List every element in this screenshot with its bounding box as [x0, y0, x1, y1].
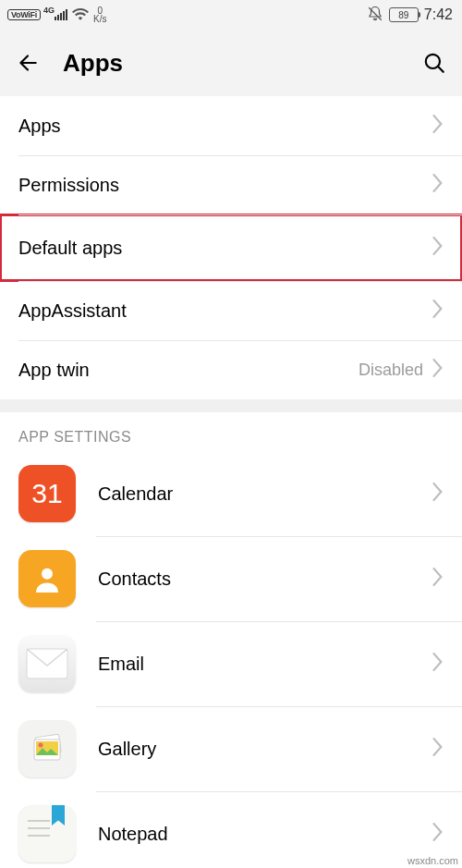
settings-list: Apps Permissions Default apps AppAssista…: [0, 96, 462, 399]
app-label: Notepad: [98, 824, 432, 845]
dnd-icon: [367, 6, 383, 25]
app-row-contacts[interactable]: Contacts: [0, 536, 462, 621]
row-app-assistant[interactable]: AppAssistant: [0, 281, 462, 340]
app-label: Email: [98, 654, 432, 675]
row-apps[interactable]: Apps: [0, 96, 462, 155]
contacts-icon: [18, 550, 76, 607]
app-row-gallery[interactable]: Gallery: [0, 706, 462, 791]
battery-icon: 89: [389, 7, 419, 22]
app-settings-section: APP SETTINGS 31 Calendar Contacts Email: [0, 412, 462, 868]
row-app-twin[interactable]: App twin Disabled: [0, 340, 462, 399]
svg-line-2: [438, 67, 443, 71]
row-label: Default apps: [18, 238, 432, 259]
chevron-right-icon: [432, 568, 444, 590]
net-speed: 0K/s: [93, 6, 106, 23]
search-button[interactable]: [421, 50, 447, 76]
chevron-right-icon: [432, 653, 444, 675]
chevron-right-icon: [432, 359, 444, 381]
chevron-right-icon: [432, 483, 444, 505]
row-default-apps[interactable]: Default apps: [0, 214, 462, 281]
notepad-icon: [18, 805, 76, 862]
section-header: APP SETTINGS: [0, 412, 462, 451]
app-row-email[interactable]: Email: [0, 621, 462, 706]
app-label: Calendar: [98, 483, 432, 505]
email-icon: [18, 635, 76, 692]
vowifi-badge: VoWiFi: [7, 9, 41, 20]
chevron-right-icon: [432, 300, 444, 322]
row-value: Disabled: [359, 361, 423, 380]
chevron-right-icon: [432, 738, 444, 760]
back-button[interactable]: [15, 50, 41, 76]
row-permissions[interactable]: Permissions: [0, 155, 462, 214]
chevron-right-icon: [432, 174, 444, 196]
chevron-right-icon: [432, 237, 444, 259]
page-title: Apps: [63, 49, 421, 78]
app-row-notepad[interactable]: Notepad: [0, 791, 462, 868]
row-label: Apps: [18, 116, 432, 137]
calendar-icon: 31: [18, 465, 76, 522]
app-label: Gallery: [98, 739, 432, 760]
row-label: AppAssistant: [18, 300, 432, 322]
status-bar: VoWiFi 4G 0K/s 89 7:42: [0, 0, 462, 30]
svg-point-8: [39, 743, 43, 748]
wifi-icon: [72, 7, 89, 23]
app-row-calendar[interactable]: 31 Calendar: [0, 451, 462, 536]
gallery-icon: [18, 720, 76, 777]
section-divider: [0, 399, 462, 412]
chevron-right-icon: [432, 115, 444, 137]
app-label: Contacts: [98, 568, 432, 590]
clock: 7:42: [424, 6, 453, 23]
watermark: wsxdn.com: [407, 855, 458, 866]
chevron-right-icon: [432, 823, 444, 845]
row-label: App twin: [18, 360, 359, 381]
app-bar: Apps: [0, 30, 462, 96]
svg-point-3: [42, 568, 53, 580]
row-label: Permissions: [18, 175, 432, 196]
signal-4g-icon: 4G: [45, 9, 67, 20]
